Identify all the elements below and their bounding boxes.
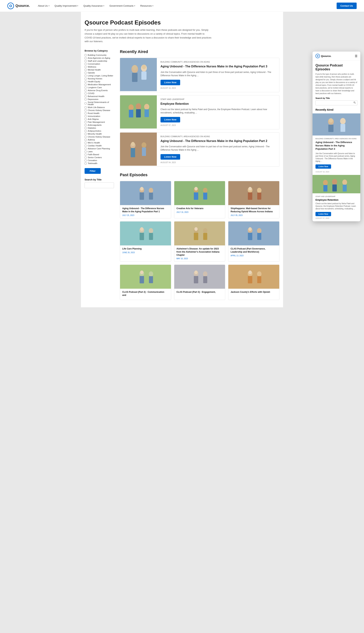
category-checkbox[interactable]: [84, 75, 86, 77]
category-checkbox[interactable]: [84, 112, 86, 114]
category-checkbox[interactable]: [84, 87, 86, 89]
category-item[interactable]: Antipsychotics: [84, 130, 114, 132]
category-item[interactable]: Living Longer, Living Better: [84, 75, 114, 77]
category-checkbox[interactable]: [84, 57, 86, 59]
category-checkbox[interactable]: [84, 92, 86, 94]
page-description: If you're the type of person who prefers…: [84, 28, 213, 44]
category-checkbox[interactable]: [84, 153, 86, 156]
category-checkbox[interactable]: [84, 151, 86, 153]
listen-btn-2[interactable]: Listen Now: [160, 117, 180, 122]
category-item[interactable]: Telehealth: [84, 162, 114, 164]
svg-point-56: [257, 228, 262, 233]
chevron-down-icon: ▾: [103, 5, 104, 7]
category-checkbox[interactable]: [84, 121, 86, 123]
category-checkbox[interactable]: [84, 63, 86, 65]
category-checkbox[interactable]: [84, 81, 86, 83]
category-checkbox[interactable]: [84, 60, 86, 62]
category-checkbox[interactable]: [84, 106, 86, 108]
category-item[interactable]: Advance Care Planning: [84, 147, 114, 150]
category-item[interactable]: Adverse Drug Events: [84, 89, 114, 92]
listen-btn-3[interactable]: Listen Now: [160, 154, 180, 160]
category-checkbox[interactable]: [84, 139, 86, 141]
category-checkbox[interactable]: [84, 156, 86, 158]
overlay-search-input[interactable]: [316, 101, 352, 105]
category-checkbox[interactable]: [84, 118, 86, 120]
category-item[interactable]: Longterm Care: [84, 86, 114, 89]
category-item[interactable]: Laws: [84, 150, 114, 153]
category-checkbox[interactable]: [84, 124, 86, 126]
category-item[interactable]: Nursing Homes: [84, 78, 114, 80]
contact-button[interactable]: Contact Us: [336, 3, 357, 9]
category-item[interactable]: Health Equity: [84, 80, 114, 83]
nav-quality-assurance[interactable]: Quality Assurance ▾: [81, 3, 106, 9]
category-item[interactable]: COVID: [84, 92, 114, 94]
category-checkbox[interactable]: [84, 136, 86, 138]
nav-about[interactable]: About Us ▾: [36, 3, 52, 9]
category-item[interactable]: Faith-Based: [84, 153, 114, 156]
category-checkbox[interactable]: [84, 127, 86, 129]
card-tag-1: BUILDING COMMUNITY, AREA AGENCIES ON AGI…: [160, 61, 276, 63]
filter-button[interactable]: Filter: [84, 168, 101, 174]
listen-btn-1[interactable]: Listen Now: [160, 80, 180, 85]
category-item[interactable]: Rural Health: [84, 112, 114, 114]
nav-resources[interactable]: Resources ▾: [138, 3, 156, 9]
search-input[interactable]: [85, 183, 114, 188]
category-checkbox[interactable]: [84, 145, 86, 147]
category-checkbox[interactable]: [84, 98, 86, 100]
category-item[interactable]: Cessation: [84, 159, 114, 161]
category-item[interactable]: Men's Health: [84, 142, 114, 144]
category-item[interactable]: Staff and Leadership: [84, 60, 114, 62]
category-item[interactable]: Chronic Kidney Disease: [84, 136, 114, 138]
category-item[interactable]: Mental Health: [84, 69, 114, 71]
hamburger-icon[interactable]: ☰: [355, 54, 358, 58]
category-item[interactable]: Immunization: [84, 115, 114, 117]
category-item[interactable]: Anticoagulants: [84, 124, 114, 126]
category-item[interactable]: Wellness: [84, 66, 114, 68]
overlay-search-button[interactable]: [352, 101, 357, 105]
category-checkbox[interactable]: [84, 115, 86, 117]
logo[interactable]: Qsource.: [7, 3, 30, 9]
category-checkbox[interactable]: [84, 84, 86, 86]
category-item[interactable]: Social Determinants of Health: [84, 101, 114, 106]
category-item[interactable]: Pain Management: [84, 121, 114, 123]
category-item[interactable]: Asthma: [84, 139, 114, 141]
category-checkbox[interactable]: [84, 109, 86, 111]
category-item[interactable]: Opioids: [84, 72, 114, 74]
category-item[interactable]: Chronic Kidney Disease: [84, 109, 114, 111]
category-item[interactable]: Depression: [84, 98, 114, 100]
category-item[interactable]: Anti-Stigma: [84, 118, 114, 120]
search-by-title-label: Search by Title: [84, 178, 114, 181]
category-checkbox[interactable]: [84, 54, 86, 56]
category-item[interactable]: Area Agencies on Aging: [84, 57, 114, 59]
category-checkbox[interactable]: [84, 102, 86, 104]
svg-point-43: [140, 227, 144, 231]
svg-point-68: [203, 271, 207, 277]
category-checkbox[interactable]: [84, 162, 86, 164]
category-item[interactable]: Cardiac Health: [84, 144, 114, 147]
svg-rect-75: [257, 276, 262, 283]
category-item[interactable]: Work Life Balance: [84, 106, 114, 108]
category-checkbox[interactable]: [84, 90, 86, 92]
nav-quality-improvement[interactable]: Quality Improvement ▾: [52, 3, 80, 9]
category-checkbox[interactable]: [84, 148, 86, 150]
category-checkbox[interactable]: [84, 133, 86, 135]
category-checkbox[interactable]: [84, 95, 86, 97]
category-item[interactable]: Behavioral Health: [84, 95, 114, 97]
overlay-emp-listen-btn[interactable]: Listen Now: [316, 212, 331, 216]
nav-government-contracts[interactable]: Government Contracts ▾: [107, 3, 137, 9]
category-item[interactable]: Senior Centers: [84, 156, 114, 158]
category-checkbox[interactable]: [84, 130, 86, 132]
overlay-listen-btn-1[interactable]: Listen Now: [316, 164, 331, 169]
category-checkbox[interactable]: [84, 69, 86, 71]
category-item[interactable]: Conversation: [84, 63, 114, 65]
category-checkbox[interactable]: [84, 72, 86, 74]
category-item[interactable]: Medication Management: [84, 83, 114, 86]
category-checkbox[interactable]: [84, 159, 86, 161]
category-checkbox[interactable]: [84, 78, 86, 80]
category-item[interactable]: Minority Health: [84, 133, 114, 135]
overlay-header: Qsource. ☰: [312, 52, 360, 61]
category-item[interactable]: Diabetes: [84, 127, 114, 129]
category-item[interactable]: Building Community: [84, 54, 114, 56]
category-checkbox[interactable]: [84, 142, 86, 144]
category-checkbox[interactable]: [84, 66, 86, 68]
